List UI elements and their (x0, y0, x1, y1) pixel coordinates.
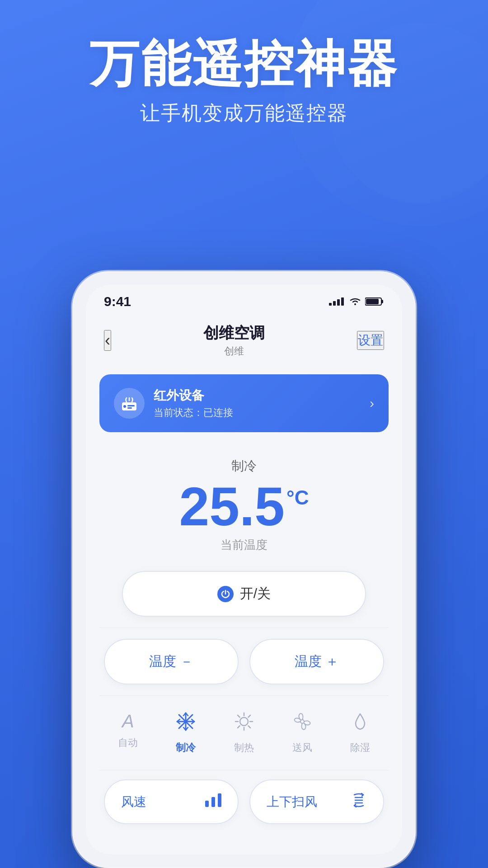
temp-controls: 温度 － 温度 ＋ (86, 630, 402, 693)
svg-line-32 (238, 726, 240, 728)
phone-wrapper: 9:41 (72, 271, 416, 868)
fan-speed-icon (205, 793, 221, 810)
battery-icon (365, 297, 384, 306)
header-section: 万能遥控神器 让手机变成万能遥控器 (0, 0, 488, 127)
temperature-unit: °C (286, 486, 309, 509)
svg-rect-3 (341, 297, 344, 306)
heat-mode-label: 制热 (234, 741, 254, 755)
phone-inner: 9:41 (86, 285, 402, 854)
sub-title: 让手机变成万能遥控器 (0, 100, 488, 127)
router-icon (120, 395, 138, 411)
swing-label: 上下扫风 (267, 793, 317, 811)
cool-mode-label: 制冷 (176, 741, 196, 755)
power-label: 开/关 (240, 585, 271, 603)
svg-point-33 (300, 720, 304, 723)
ir-device-name: 红外设备 (154, 387, 233, 404)
auto-mode-icon: A (122, 711, 134, 731)
temp-decrease-button[interactable]: 温度 － (104, 639, 239, 684)
droplet-icon (351, 711, 369, 732)
sun-icon (234, 711, 254, 732)
status-icons (329, 297, 384, 306)
snowflake-icon (175, 711, 196, 732)
signal-icon (329, 297, 345, 306)
bottom-controls: 风速 上下扫风 (86, 772, 402, 842)
status-time: 9:41 (104, 294, 131, 309)
svg-rect-11 (127, 407, 132, 409)
header-center: 创维空调 创维 (203, 323, 265, 358)
fan-speed-button[interactable]: 风速 (104, 779, 239, 824)
divider-3 (99, 770, 389, 770)
temperature-value: 25.5 (179, 479, 285, 533)
wifi-icon (349, 297, 361, 306)
ir-chevron-right-icon: › (370, 396, 374, 411)
svg-point-4 (354, 303, 356, 305)
svg-rect-0 (329, 303, 332, 306)
header-title: 创维空调 (203, 323, 265, 344)
mode-fan-button[interactable]: 送风 (285, 707, 320, 759)
main-title: 万能遥控神器 (0, 36, 488, 91)
fan-speed-label: 风速 (121, 793, 146, 811)
current-mode-label: 制冷 (99, 458, 389, 475)
cool-mode-icon (175, 711, 196, 736)
fan-icon (292, 711, 313, 732)
mode-buttons: A 自动 (86, 698, 402, 768)
phone-mockup: 9:41 (72, 271, 416, 868)
svg-point-24 (240, 717, 248, 726)
svg-rect-1 (333, 301, 336, 306)
back-button[interactable]: ‹ (104, 330, 111, 351)
svg-rect-7 (366, 299, 379, 304)
ir-banner-left: 红外设备 当前状态：已连接 (114, 387, 233, 420)
ir-device-banner[interactable]: 红外设备 当前状态：已连接 › (99, 374, 389, 432)
status-bar: 9:41 (86, 285, 402, 314)
svg-point-9 (123, 405, 126, 408)
app-header: ‹ 创维空调 创维 设置 (86, 314, 402, 367)
svg-rect-2 (337, 299, 340, 306)
divider-2 (99, 695, 389, 696)
swing-arrows-icon (351, 792, 367, 808)
swing-button[interactable]: 上下扫风 (249, 779, 384, 824)
svg-rect-36 (218, 793, 221, 807)
fan-mode-label: 送风 (292, 741, 312, 755)
svg-rect-34 (205, 801, 209, 807)
svg-line-31 (248, 715, 250, 717)
header-brand: 创维 (203, 344, 265, 358)
ir-device-status: 当前状态：已连接 (154, 406, 233, 420)
ir-icon-circle (114, 388, 145, 419)
bars-icon (205, 793, 221, 807)
power-button[interactable]: 开/关 (122, 571, 366, 617)
svg-rect-35 (211, 797, 215, 807)
dry-mode-icon (351, 711, 369, 736)
power-section: 开/关 (86, 562, 402, 626)
swing-icon (351, 792, 367, 811)
temperature-description: 当前温度 (99, 537, 389, 553)
mode-auto-button[interactable]: A 自动 (111, 707, 145, 759)
svg-line-29 (238, 715, 240, 717)
dry-mode-label: 除湿 (350, 741, 370, 755)
temperature-section: 制冷 25.5 °C 当前温度 (86, 439, 402, 562)
heat-mode-icon (234, 711, 254, 736)
power-icon (217, 586, 234, 602)
divider-1 (99, 627, 389, 628)
settings-button[interactable]: 设置 (357, 331, 384, 350)
mode-dry-button[interactable]: 除湿 (343, 707, 377, 759)
svg-line-30 (248, 726, 250, 728)
svg-rect-10 (127, 405, 135, 406)
mode-heat-button[interactable]: 制热 (226, 707, 262, 759)
auto-mode-label: 自动 (118, 736, 138, 750)
temp-increase-button[interactable]: 温度 ＋ (249, 639, 384, 684)
temperature-display: 25.5 °C (99, 479, 389, 533)
svg-rect-6 (381, 300, 383, 303)
mode-cool-button[interactable]: 制冷 (168, 707, 203, 759)
power-symbol-icon (221, 590, 230, 599)
fan-mode-icon (292, 711, 313, 736)
ir-info: 红外设备 当前状态：已连接 (154, 387, 233, 420)
